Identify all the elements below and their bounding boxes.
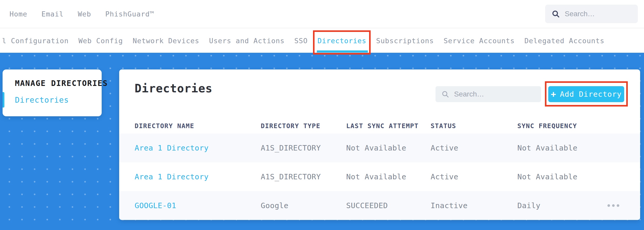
- tab-email-configuration[interactable]: l Configuration: [2, 37, 69, 45]
- nav-item-email[interactable]: Email: [41, 10, 64, 18]
- manage-directories-card: MANAGE DIRECTORIES Directories: [3, 69, 102, 116]
- tab-directories[interactable]: Directories: [317, 37, 366, 45]
- nav-item-web[interactable]: Web: [78, 10, 91, 18]
- tab-subscriptions[interactable]: Subscriptions: [376, 37, 434, 45]
- column-header-directory-name: DIRECTORY NAME: [135, 122, 261, 130]
- table-header-row: DIRECTORY NAME DIRECTORY TYPE LAST SYNC …: [119, 118, 640, 134]
- last-sync-attempt-cell: Not Available: [346, 172, 431, 181]
- sync-frequency-cell: Not Available: [517, 144, 607, 152]
- directory-type-cell: A1S_DIRECTORY: [261, 172, 346, 181]
- global-search[interactable]: [545, 5, 638, 23]
- directories-search-input[interactable]: [454, 90, 538, 99]
- tab-directories-label: Directories: [317, 37, 366, 45]
- content-area: MANAGE DIRECTORIES Directories Directori…: [0, 53, 644, 230]
- page-title: Directories: [135, 82, 212, 95]
- sidebar-item-directories[interactable]: Directories: [3, 95, 102, 104]
- tab-network-devices[interactable]: Network Devices: [133, 37, 199, 45]
- directories-panel: Directories + Add Directory DIRECTORY NA…: [119, 69, 640, 220]
- directories-table: DIRECTORY NAME DIRECTORY TYPE LAST SYNC …: [119, 118, 640, 220]
- status-cell: Active: [431, 172, 517, 181]
- status-cell: Active: [431, 144, 517, 152]
- plus-icon: +: [551, 90, 556, 99]
- directory-name-link[interactable]: GOOGLE-01: [135, 201, 261, 210]
- tab-service-accounts[interactable]: Service Accounts: [444, 37, 515, 45]
- search-icon: [551, 10, 560, 18]
- table-row: Area 1 Directory A1S_DIRECTORY Not Avail…: [119, 134, 640, 162]
- active-tab-underline: [317, 50, 368, 52]
- top-bar: Home Email Web PhishGuard™: [0, 0, 644, 28]
- table-row: GOOGLE-01 Google SUCCEEDED Inactive Dail…: [119, 191, 640, 220]
- add-directory-button[interactable]: + Add Directory: [548, 86, 624, 102]
- nav-item-home[interactable]: Home: [10, 10, 27, 18]
- column-header-status: STATUS: [431, 122, 517, 130]
- directory-name-link[interactable]: Area 1 Directory: [135, 172, 261, 181]
- tab-users-and-actions[interactable]: Users and Actions: [209, 37, 284, 45]
- sidebar-item-label: Directories: [15, 95, 69, 104]
- global-search-input[interactable]: [564, 10, 635, 18]
- settings-tab-bar: l Configuration Web Config Network Devic…: [0, 29, 644, 53]
- directory-type-cell: Google: [261, 201, 346, 210]
- last-sync-attempt-cell: SUCCEEDED: [346, 201, 431, 210]
- search-icon: [441, 90, 449, 98]
- column-header-directory-type: DIRECTORY TYPE: [261, 122, 346, 130]
- sync-frequency-cell: Not Available: [517, 172, 607, 181]
- sidebar-title: MANAGE DIRECTORIES: [15, 79, 102, 88]
- primary-nav: Home Email Web PhishGuard™: [10, 0, 154, 28]
- last-sync-attempt-cell: Not Available: [346, 144, 431, 152]
- add-directory-button-wrap: + Add Directory: [548, 86, 624, 102]
- tab-delegated-accounts[interactable]: Delegated Accounts: [525, 37, 605, 45]
- directory-name-link[interactable]: Area 1 Directory: [135, 144, 261, 152]
- sync-frequency-cell: Daily: [517, 201, 607, 210]
- directories-search[interactable]: [436, 86, 541, 102]
- table-row: Area 1 Directory A1S_DIRECTORY Not Avail…: [119, 162, 640, 191]
- column-header-sync-frequency: SYNC FREQUENCY: [517, 122, 607, 130]
- column-header-last-sync-attempt: LAST SYNC ATTEMPT: [346, 122, 431, 130]
- tab-web-config[interactable]: Web Config: [79, 37, 123, 45]
- tab-sso[interactable]: SSO: [294, 37, 308, 45]
- nav-item-phishguard[interactable]: PhishGuard™: [105, 10, 154, 18]
- more-options-icon[interactable]: [607, 204, 625, 207]
- active-item-indicator: [3, 92, 4, 108]
- directory-type-cell: A1S_DIRECTORY: [261, 144, 346, 152]
- add-directory-button-label: Add Directory: [560, 90, 622, 99]
- status-cell: Inactive: [431, 201, 517, 210]
